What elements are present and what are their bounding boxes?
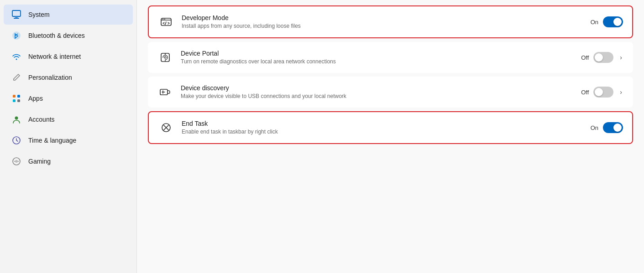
sidebar-item-system[interactable]: System [4,5,133,25]
device-discovery-title: Device discovery [181,84,574,92]
sidebar-item-accounts[interactable]: Accounts [4,109,133,129]
device-discovery-card: Device discovery Make your device visibl… [148,77,633,108]
end-task-row: End Task Enable end task in taskbar by r… [149,112,632,143]
device-portal-chevron[interactable]: › [618,52,624,63]
developer-mode-control: On [591,16,623,27]
svg-point-3 [12,31,21,40]
device-portal-icon [157,49,173,66]
svg-point-12 [15,160,18,163]
developer-mode-row: Developer Mode Install apps from any sou… [149,6,632,37]
device-discovery-text: Device discovery Make your device visibl… [181,84,574,100]
sidebar-label-system: System [28,11,50,18]
device-portal-subtitle: Turn on remote diagnostics over local ar… [181,58,574,66]
end-task-title: End Task [182,120,583,127]
developer-mode-status: On [591,19,598,26]
sidebar-item-apps[interactable]: Apps [4,88,133,108]
sidebar-item-personalization[interactable]: Personalization [4,67,133,88]
device-discovery-toggle-track[interactable] [593,87,613,98]
svg-point-14 [18,161,19,162]
end-task-control: On [591,122,623,133]
end-task-subtitle: Enable end task in taskbar by right clic… [182,128,583,136]
svg-rect-7 [13,99,16,102]
pencil-icon [11,72,22,83]
developer-mode-title: Developer Mode [182,14,583,21]
device-discovery-status: Off [581,89,589,96]
sidebar-label-network: Network & internet [28,53,81,60]
sidebar-item-network[interactable]: Network & internet [4,46,133,67]
sidebar-item-gaming[interactable]: Gaming [4,151,133,171]
developer-mode-toggle-thumb [613,18,622,26]
sidebar-label-personalization: Personalization [28,74,72,81]
gaming-icon [11,156,22,167]
device-portal-status: Off [581,54,589,61]
svg-rect-8 [17,99,20,102]
svg-line-19 [165,22,166,25]
device-portal-control: Off › [581,52,624,63]
device-discovery-subtitle: Make your device visible to USB connecti… [181,93,574,100]
sidebar-label-gaming: Gaming [28,158,51,165]
device-portal-text: Device Portal Turn on remote diagnostics… [181,50,574,66]
sidebar-label-apps: Apps [28,95,43,102]
sidebar-label-accounts: Accounts [28,116,55,123]
developer-mode-card: Developer Mode Install apps from any sou… [148,5,633,38]
svg-point-18 [164,19,165,20]
device-discovery-chevron[interactable]: › [618,87,624,98]
sidebar-label-time: Time & language [28,137,76,144]
device-discovery-control: Off › [581,87,624,98]
device-portal-toggle-track[interactable] [593,52,613,63]
svg-point-4 [16,59,17,60]
sidebar-item-time[interactable]: Time & language [4,130,133,150]
main-content: Developer Mode Install apps from any sou… [137,0,644,273]
developer-mode-toggle-track[interactable] [603,16,623,27]
svg-point-13 [14,161,15,162]
svg-rect-5 [13,95,16,98]
end-task-status: On [591,124,598,131]
device-portal-toggle-thumb [595,53,603,62]
device-discovery-toggle-thumb [595,88,603,96]
end-task-toggle-thumb [613,124,622,132]
bluetooth-icon [11,30,22,41]
developer-mode-icon [158,14,174,30]
sidebar: System Bluetooth & devices Network & int… [0,0,137,273]
end-task-toggle-track[interactable] [603,122,623,133]
device-discovery-toggle[interactable] [593,87,613,98]
device-portal-row: Device Portal Turn on remote diagnostics… [148,42,633,73]
developer-mode-subtitle: Install apps from any source, including … [182,22,583,30]
developer-mode-text: Developer Mode Install apps from any sou… [182,14,583,30]
sidebar-label-bluetooth: Bluetooth & devices [28,32,85,39]
system-icon [11,9,22,20]
device-portal-title: Device Portal [181,50,574,57]
end-task-text: End Task Enable end task in taskbar by r… [182,120,583,136]
wifi-icon [11,51,22,62]
device-discovery-row: Device discovery Make your device visibl… [148,77,633,108]
apps-icon [11,93,22,104]
accounts-icon [11,114,22,125]
end-task-icon [158,119,174,136]
end-task-toggle[interactable] [603,122,623,133]
svg-point-17 [162,19,163,20]
clock-icon [11,135,22,146]
end-task-card: End Task Enable end task in taskbar by r… [148,111,633,144]
developer-mode-toggle[interactable] [603,16,623,27]
device-portal-card: Device Portal Turn on remote diagnostics… [148,42,633,73]
sidebar-item-bluetooth[interactable]: Bluetooth & devices [4,26,133,46]
svg-rect-0 [12,10,21,16]
device-discovery-icon [157,84,173,100]
svg-point-9 [15,117,18,120]
svg-rect-6 [17,95,20,98]
device-portal-toggle[interactable] [593,52,613,63]
